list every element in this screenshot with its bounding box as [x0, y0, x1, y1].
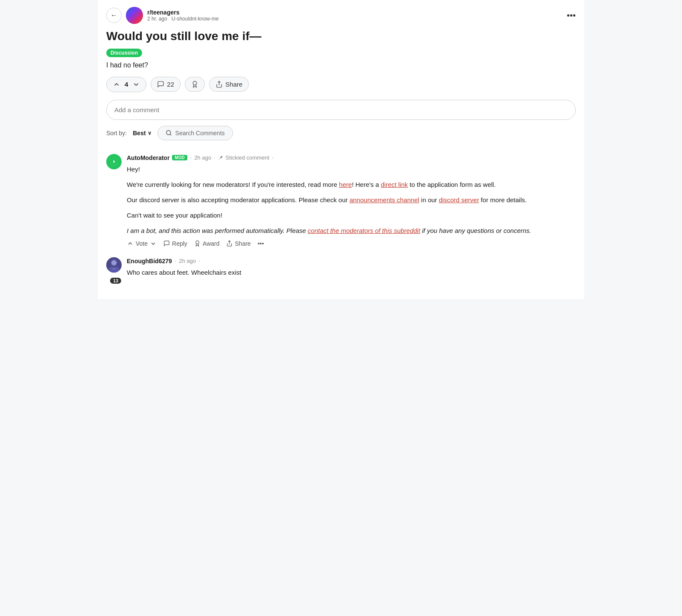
share-label: Share — [225, 81, 242, 88]
automoderator-actions: Vote Reply — [127, 240, 576, 247]
comment-vote: Vote — [127, 240, 157, 247]
search-placeholder: Search Comments — [175, 130, 225, 137]
enoughbid-comment-text: Who cares about feet. Wheelchairs exist — [127, 267, 576, 278]
post-meta: 2 hr. ago U-shouldnt-know-me — [147, 16, 219, 22]
post-flair[interactable]: Discussion — [106, 49, 142, 57]
link-here[interactable]: here — [339, 181, 352, 188]
link-discord[interactable]: discord server — [439, 196, 479, 203]
sort-by-label: Sort by: — [106, 130, 127, 137]
svg-point-1 — [166, 131, 170, 135]
vote-label: Vote — [136, 240, 148, 247]
more-options-button[interactable]: ••• — [567, 11, 576, 20]
enoughbid-time: 2h ago — [179, 258, 196, 264]
post-header: ← r/teenagers 2 hr. ago U-shouldnt-know-… — [106, 7, 576, 24]
add-comment-input[interactable] — [106, 100, 576, 120]
sort-search-row: Sort by: Best ∨ Search Comments — [106, 126, 576, 140]
enoughbid-body: EnoughBid6279 · 2h ago · Who cares about… — [127, 257, 576, 282]
comment-reply-button[interactable]: Reply — [163, 240, 187, 247]
stickied-label: Stickied comment — [218, 154, 269, 161]
comment-award-button[interactable]: Award — [194, 240, 219, 247]
svg-point-7 — [196, 241, 199, 244]
comment-enoughbid: 13 EnoughBid6279 · 2h ago · Who cares ab… — [106, 257, 576, 282]
post-title: Would you still love me if— — [106, 29, 576, 44]
comment-share-button[interactable]: Share — [226, 240, 251, 247]
downvote-button[interactable] — [132, 81, 140, 88]
mod-badge: MOD — [172, 155, 187, 160]
svg-rect-5 — [113, 160, 114, 163]
svg-line-2 — [170, 134, 171, 136]
comments-button[interactable]: 22 — [151, 77, 181, 92]
back-button[interactable]: ← — [106, 8, 122, 23]
vote-pill: 4 — [106, 77, 146, 92]
link-direct[interactable]: direct link — [381, 181, 408, 188]
comment-count: 22 — [167, 81, 174, 88]
sort-dropdown[interactable]: Best ∨ — [133, 130, 151, 137]
sort-value: Best — [133, 130, 146, 137]
svg-rect-10 — [109, 267, 119, 273]
post-body: I had no feet? — [106, 61, 576, 69]
svg-point-0 — [193, 81, 197, 85]
subreddit-info: r/teenagers 2 hr. ago U-shouldnt-know-me — [147, 9, 219, 22]
comment-time: 2h ago — [194, 154, 211, 161]
comment-upvote-button[interactable] — [127, 240, 134, 247]
enoughbid-header: EnoughBid6279 · 2h ago · — [127, 257, 576, 265]
pin-icon — [218, 155, 224, 160]
comment-text: Hey! We're currently looking for new mod… — [127, 164, 576, 236]
link-announcements[interactable]: announcements channel — [350, 196, 419, 203]
post-username: U-shouldnt-know-me — [172, 16, 219, 22]
vote-count: 4 — [123, 81, 130, 88]
award-button[interactable] — [185, 77, 205, 92]
svg-point-4 — [112, 159, 117, 164]
enoughbid-avatar — [106, 257, 122, 273]
user-avatar — [126, 7, 143, 24]
comments-section: AutoModerator MOD · 2h ago · Stickied co… — [106, 151, 576, 282]
post-actions: 4 22 Share — [106, 77, 576, 92]
upvote-button[interactable] — [113, 81, 120, 88]
comment-downvote-button[interactable] — [150, 240, 157, 247]
automoderator-avatar — [106, 154, 122, 169]
search-comments-button[interactable]: Search Comments — [157, 126, 233, 140]
automoderator-header: AutoModerator MOD · 2h ago · Stickied co… — [127, 154, 576, 162]
svg-point-11 — [112, 261, 116, 265]
comment-automoderator: AutoModerator MOD · 2h ago · Stickied co… — [106, 154, 576, 247]
chevron-down-icon: ∨ — [148, 130, 152, 136]
comment-more-button[interactable]: ••• — [258, 240, 264, 247]
automoderator-body: AutoModerator MOD · 2h ago · Stickied co… — [127, 154, 576, 247]
share-button[interactable]: Share — [209, 77, 249, 92]
karma-badge: 13 — [110, 278, 121, 284]
post-time: 2 hr. ago — [147, 16, 167, 22]
comment-author: AutoModerator — [127, 154, 169, 161]
search-icon — [166, 130, 172, 136]
comment-author-enoughbid: EnoughBid6279 — [127, 258, 172, 264]
link-contact-mods[interactable]: contact the moderators of this subreddit — [308, 227, 420, 234]
subreddit-name[interactable]: r/teenagers — [147, 9, 219, 16]
svg-rect-6 — [114, 160, 114, 163]
